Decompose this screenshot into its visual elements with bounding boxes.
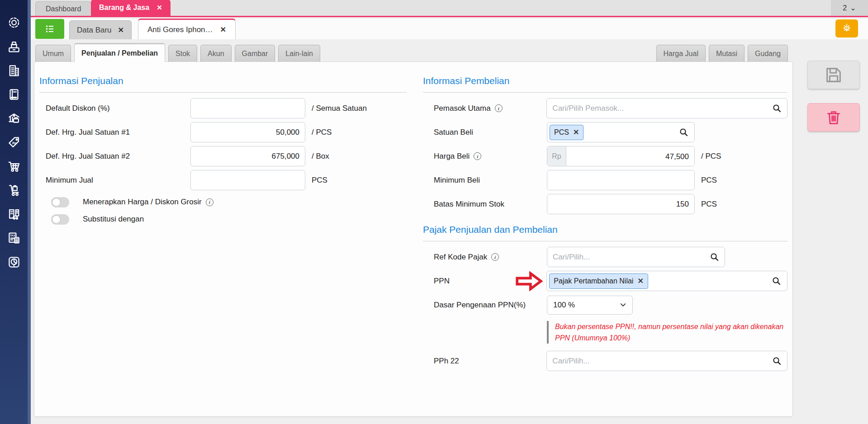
save-button[interactable]	[807, 61, 860, 89]
harga-beli-field: Rp	[547, 146, 695, 166]
satuan-beli-label: Satuan Beli	[423, 128, 547, 137]
tab-lain-lain[interactable]: Lain-lain	[278, 45, 320, 62]
dasar-pengenaan-label: Dasar Pengenaan PPN(%)	[423, 301, 547, 310]
office-building-icon[interactable]	[6, 63, 22, 78]
tab-gudang[interactable]: Gudang	[748, 45, 788, 62]
chip-remove-icon[interactable]: ✕	[573, 128, 579, 137]
tab-mutasi[interactable]: Mutasi	[709, 45, 745, 62]
substitusi-toggle[interactable]	[51, 214, 69, 225]
harga-beli-text: Harga Beli	[434, 152, 470, 161]
window-count-dropdown[interactable]: 2 ⌄	[831, 0, 868, 16]
row-pemasok-utama: Pemasok Utama i	[423, 98, 787, 118]
asset-building-car-icon[interactable]	[6, 207, 22, 222]
pph-22-input[interactable]	[546, 351, 787, 371]
save-floppy-icon	[823, 65, 844, 85]
tab-umum[interactable]: Umum	[35, 45, 71, 62]
currency-prefix: Rp	[547, 146, 566, 166]
info-icon[interactable]: i	[495, 104, 503, 112]
row-harga-jual-2: Def. Hrg. Jual Satuan #2 / Box	[39, 146, 407, 166]
tab-penjualan-pembelian[interactable]: Penjualan / Pembelian	[74, 43, 165, 62]
satuan-beli-field[interactable]: PCS ✕	[547, 122, 695, 142]
default-diskon-input[interactable]	[190, 98, 305, 118]
harga-jual-2-input[interactable]	[190, 146, 305, 166]
delete-button[interactable]	[807, 103, 860, 132]
satuan-chip: PCS ✕	[550, 125, 583, 140]
minimum-jual-input[interactable]	[190, 170, 305, 190]
minimum-beli-label: Minimum Beli	[423, 176, 547, 185]
ref-kode-pajak-input[interactable]	[547, 247, 725, 267]
bank-store-icon[interactable]	[6, 111, 22, 126]
close-icon[interactable]: ✕	[220, 25, 226, 34]
info-icon[interactable]: i	[474, 152, 481, 160]
search-icon[interactable]	[772, 276, 782, 286]
hand-truck-icon[interactable]	[6, 183, 22, 198]
harga-jual-2-suffix: / Box	[312, 152, 329, 161]
tab-anti-gores-label: Anti Gores Iphon…	[147, 25, 213, 34]
harga-beli-suffix: / PCS	[701, 152, 721, 161]
search-icon[interactable]	[772, 104, 782, 113]
ppn-field[interactable]: Pajak Pertambahan Nilai ✕	[546, 271, 787, 291]
sidebar: Rp TAX	[0, 0, 28, 424]
hint-lightbulb-button[interactable]	[835, 19, 858, 38]
harga-jual-1-input[interactable]	[190, 122, 305, 142]
row-minimum-beli: Minimum Beli PCS	[423, 170, 787, 190]
pemasok-search-input[interactable]	[546, 98, 787, 118]
sidebar-accent-strip	[28, 0, 31, 424]
record-list-button[interactable]	[35, 19, 64, 39]
pemasok-utama-label: Pemasok Utama i	[423, 104, 546, 113]
tax-label: TAX	[10, 234, 16, 237]
batas-minimum-stok-input[interactable]	[547, 194, 695, 214]
row-ppn: PPN Pajak Pertambahan Nilai ✕	[423, 271, 787, 291]
tax-calculator-icon[interactable]: TAX	[6, 231, 22, 246]
shopping-cart-icon[interactable]	[6, 159, 22, 174]
default-diskon-label: Default Diskon (%)	[39, 104, 190, 113]
list-icon	[44, 23, 56, 35]
form-panel: Informasi Penjualan Default Diskon (%) /…	[34, 61, 793, 417]
tab-harga-jual-label: Harga Jual	[664, 50, 698, 58]
tab-akun[interactable]: Akun	[200, 45, 231, 62]
row-default-diskon: Default Diskon (%) / Semua Satuan	[39, 98, 407, 118]
tab-gambar[interactable]: Gambar	[235, 45, 275, 62]
close-icon[interactable]: ✕	[157, 4, 162, 12]
default-diskon-suffix: / Semua Satuan	[312, 104, 367, 113]
search-icon[interactable]	[679, 127, 689, 137]
journal-book-icon[interactable]	[6, 87, 22, 102]
chip-remove-icon[interactable]: ✕	[637, 277, 643, 285]
tab-anti-gores[interactable]: Anti Gores Iphon… ✕	[138, 19, 236, 39]
tab-harga-jual[interactable]: Harga Jual	[656, 45, 706, 62]
section-title-pajak: Pajak Penjualan dan Pembelian	[423, 224, 787, 241]
tab-penjualan-pembelian-label: Penjualan / Pembelian	[81, 49, 158, 57]
price-tag-rp-icon[interactable]: Rp	[6, 135, 22, 150]
dasar-pengenaan-value: 100 %	[553, 301, 575, 310]
row-batas-minimum-stok: Batas Minimum Stok PCS	[423, 194, 787, 214]
ppn-chip: Pajak Pertambahan Nilai ✕	[549, 273, 648, 289]
chevron-down-icon	[620, 302, 626, 308]
settings-gear-icon[interactable]	[6, 15, 22, 30]
search-icon[interactable]	[710, 252, 720, 262]
substitusi-toggle-text: Substitusi dengan	[83, 215, 144, 224]
tab-stok[interactable]: Stok	[168, 45, 197, 62]
tab-lain-lain-label: Lain-lain	[285, 50, 313, 58]
grosir-toggle[interactable]	[51, 197, 69, 207]
info-icon[interactable]: i	[206, 198, 213, 206]
harga-jual-1-label: Def. Hrg. Jual Satuan #1	[39, 128, 190, 137]
harga-beli-input[interactable]	[566, 146, 694, 166]
row-satuan-beli: Satuan Beli PCS ✕	[423, 122, 787, 142]
close-icon[interactable]: ✕	[118, 26, 124, 34]
tab-mutasi-label: Mutasi	[716, 50, 737, 58]
tab-data-baru[interactable]: Data Baru ✕	[69, 20, 132, 39]
search-icon[interactable]	[772, 356, 782, 366]
info-icon[interactable]: i	[491, 253, 499, 261]
tab-dashboard[interactable]: Dashboard	[35, 1, 91, 16]
report-chart-icon[interactable]	[6, 254, 22, 270]
tab-stok-label: Stok	[175, 50, 190, 58]
section-title-pembelian: Informasi Pembelian	[423, 75, 787, 93]
dasar-pengenaan-select[interactable]: 100 %	[547, 296, 633, 315]
tab-barang-jasa[interactable]: Barang & Jasa ✕	[91, 0, 171, 16]
harga-jual-2-label: Def. Hrg. Jual Satuan #2	[39, 152, 190, 161]
cash-register-icon[interactable]	[6, 39, 22, 54]
tab-barang-jasa-label: Barang & Jasa	[99, 4, 149, 12]
minimum-beli-input[interactable]	[547, 170, 695, 190]
minimum-beli-suffix: PCS	[701, 176, 717, 185]
batas-minimum-stok-label: Batas Minimum Stok	[423, 200, 547, 209]
